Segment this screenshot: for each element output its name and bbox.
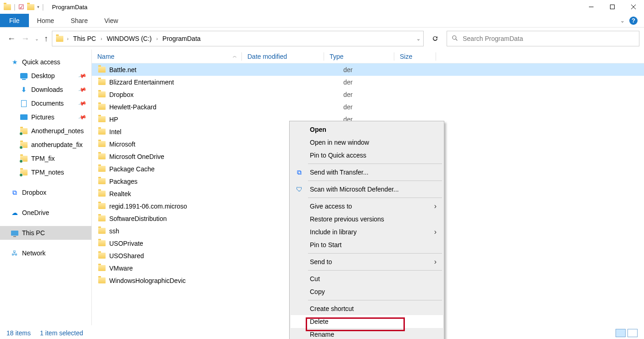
column-type[interactable]: Type — [324, 53, 394, 60]
ctx-cut[interactable]: Cut — [291, 272, 443, 285]
close-button[interactable] — [623, 0, 644, 14]
sidebar-item-label: Pictures — [31, 113, 55, 121]
file-row[interactable]: Dropboxder — [92, 88, 644, 101]
file-row[interactable]: Battle.netder — [92, 63, 644, 76]
file-row[interactable]: Blizzard Entertainmentder — [92, 76, 644, 88]
svg-line-5 — [456, 39, 458, 40]
folder-icon — [98, 240, 106, 247]
qat-dropdown-icon[interactable]: ▾ — [37, 5, 39, 9]
ctx-scan-defender[interactable]: 🛡 Scan with Microsoft Defender... — [291, 183, 443, 196]
sidebar-item-label: Quick access — [22, 58, 60, 66]
qat-check-icon[interactable]: ☑ — [18, 3, 24, 11]
up-button[interactable]: ↑ — [44, 34, 48, 44]
column-name[interactable]: Name ︿ — [92, 53, 241, 60]
ctx-send-to[interactable]: Send to › — [291, 255, 443, 268]
sidebar-item-folder[interactable]: Anotherupd_notes — [0, 124, 91, 138]
search-input[interactable] — [463, 35, 634, 42]
view-details-button[interactable] — [616, 329, 626, 337]
sidebar-dropbox[interactable]: ⧉ Dropbox — [0, 186, 91, 199]
pin-icon: 📌 — [78, 113, 87, 122]
ctx-create-shortcut[interactable]: Create shortcut — [291, 302, 443, 315]
ctx-delete[interactable]: Delete — [291, 315, 443, 328]
back-button[interactable]: ← — [7, 34, 16, 44]
sidebar-item-folder[interactable]: anotherupdate_fix — [0, 138, 91, 152]
sidebar-item-pictures[interactable]: Pictures 📌 — [0, 110, 91, 124]
file-type: der — [323, 66, 393, 73]
maximize-button[interactable] — [602, 0, 623, 14]
history-dropdown-icon[interactable]: ⌄ — [35, 36, 39, 41]
chevron-right-icon[interactable]: › — [154, 36, 159, 41]
file-name: regid.1991-06.com.microso — [109, 203, 187, 210]
pictures-icon — [20, 113, 28, 121]
column-label: Name — [97, 53, 114, 60]
sidebar-item-label: Dropbox — [22, 189, 46, 196]
forward-button[interactable]: → — [21, 34, 29, 44]
sidebar-item-label: Anotherupd_notes — [31, 127, 84, 135]
folder-icon — [98, 153, 106, 160]
file-name: USOShared — [109, 252, 144, 260]
ctx-pin-quick-access[interactable]: Pin to Quick access — [291, 149, 443, 162]
sidebar-item-label: This PC — [22, 229, 45, 237]
ctx-copy[interactable]: Copy — [291, 285, 443, 298]
status-item-count: 18 items — [6, 329, 31, 337]
folder-icon — [98, 265, 106, 272]
file-type: der — [323, 91, 393, 98]
column-date-modified[interactable]: Date modified — [242, 53, 324, 60]
address-dropdown-icon[interactable]: ⌄ — [416, 36, 420, 42]
sidebar-item-folder[interactable]: TPM_fix — [0, 152, 91, 165]
sidebar-item-folder[interactable]: TPM_notes — [0, 165, 91, 179]
svg-rect-1 — [610, 5, 615, 9]
sidebar-this-pc[interactable]: This PC — [0, 226, 91, 240]
address-bar[interactable]: › This PC › WINDOWS (C:) › ProgramData ⌄ — [52, 31, 424, 46]
column-headers: Name ︿ Date modified Type Size — [92, 50, 644, 63]
qat-folder-icon[interactable] — [27, 3, 34, 11]
folder-icon — [98, 103, 106, 111]
ctx-open-new-window[interactable]: Open in new window — [291, 136, 443, 149]
tab-view[interactable]: View — [96, 14, 126, 27]
breadcrumb[interactable]: This PC — [72, 34, 97, 43]
tab-home[interactable]: Home — [29, 14, 62, 27]
dropbox-icon: ⧉ — [295, 168, 303, 176]
file-name: SoftwareDistribution — [109, 215, 167, 222]
ctx-pin-to-start[interactable]: Pin to Start — [291, 238, 443, 251]
help-icon[interactable]: ? — [629, 17, 638, 25]
desktop-icon — [20, 72, 28, 79]
file-name: Microsoft — [109, 141, 135, 148]
view-thumbnails-button[interactable] — [627, 329, 638, 337]
chevron-right-icon[interactable]: › — [99, 36, 104, 41]
tab-share[interactable]: Share — [62, 14, 96, 27]
sidebar-network[interactable]: 🖧 Network — [0, 246, 91, 260]
column-size[interactable]: Size — [394, 53, 436, 60]
ribbon-expand-icon[interactable]: ⌄ — [620, 17, 625, 24]
chevron-right-icon[interactable]: › — [65, 36, 70, 41]
sidebar-onedrive[interactable]: ☁ OneDrive — [0, 206, 91, 220]
sidebar-quick-access[interactable]: ★ Quick access — [0, 55, 91, 69]
ctx-open[interactable]: Open — [291, 123, 443, 136]
sidebar-item-downloads[interactable]: ⬇ Downloads 📌 — [0, 83, 91, 96]
ctx-send-with-transfer[interactable]: ⧉ Send with Transfer... — [291, 166, 443, 179]
sidebar-item-documents[interactable]: Documents 📌 — [0, 96, 91, 110]
ctx-restore-versions[interactable]: Restore previous versions — [291, 213, 443, 226]
file-row[interactable]: Hewlett-Packardder — [92, 101, 644, 113]
file-tab[interactable]: File — [0, 14, 29, 27]
folder-icon — [98, 190, 106, 198]
minimize-button[interactable] — [581, 0, 602, 14]
file-name: Realtek — [109, 190, 131, 198]
title-bar: | ☑ ▾ | ProgramData — [0, 0, 644, 14]
downloads-icon: ⬇ — [20, 86, 28, 93]
ctx-give-access-to[interactable]: Give access to › — [291, 200, 443, 213]
file-name: Hewlett-Packard — [109, 103, 157, 111]
ctx-include-in-library[interactable]: Include in library › — [291, 226, 443, 238]
status-selection-count: 1 item selected — [40, 329, 83, 337]
breadcrumb[interactable]: WINDOWS (C:) — [106, 34, 152, 43]
breadcrumb[interactable]: ProgramData — [162, 34, 202, 43]
folder-icon — [20, 141, 28, 148]
sort-indicator-icon: ︿ — [233, 53, 237, 59]
folder-icon — [56, 35, 63, 42]
refresh-button[interactable] — [427, 31, 443, 46]
sidebar-item-desktop[interactable]: Desktop 📌 — [0, 69, 91, 83]
folder-icon — [4, 3, 11, 11]
search-box[interactable] — [447, 31, 639, 46]
pin-icon: 📌 — [78, 71, 87, 80]
file-name: Packages — [109, 178, 137, 185]
